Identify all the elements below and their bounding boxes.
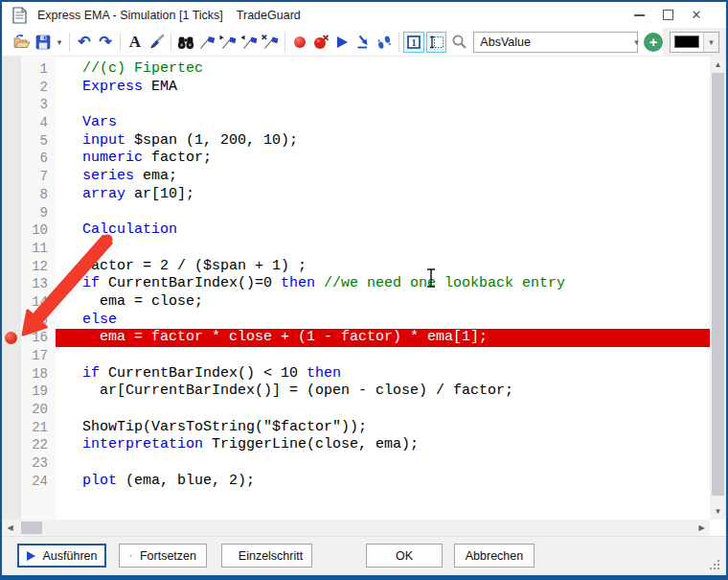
code-line[interactable] [56,454,710,473]
code-line[interactable]: input $span (1, 200, 10); [56,132,710,151]
combobox-dropdown-icon[interactable]: ▾ [634,37,639,47]
abbrechen-button[interactable]: Abbrechen [454,544,535,568]
ok-button[interactable]: OK [366,544,443,568]
color-picker[interactable]: ▾ [670,32,719,53]
function-combobox[interactable]: ▾ [473,32,638,53]
open-button[interactable] [11,31,33,54]
color-swatch [674,35,699,48]
ausfuehren-button[interactable]: Ausführen [17,544,106,568]
line-number: 23 [21,454,48,473]
add-button[interactable]: + [644,33,663,52]
prev-bookmark-button[interactable] [239,31,260,54]
code-lines[interactable]: //(c) FipertecExpress EMAVarsinput $span… [56,57,710,520]
code-line[interactable]: numeric factor; [56,150,710,168]
run-icon [337,36,348,48]
minimize-button[interactable] [625,2,653,28]
line-numbers: 123456789101112131415161718192021222324 [21,57,56,520]
prev-bookmark-icon [240,35,258,50]
separator [284,33,285,52]
line-number: 1 [21,60,48,79]
line-number: 21 [21,419,48,437]
color-picker-dropdown[interactable]: ▾ [703,33,718,52]
code-line[interactable]: ShowTip(VarsToString("$factor")); [56,419,710,437]
undo-icon: ↶ [78,35,90,50]
code-line[interactable] [56,96,710,114]
run-to-cursor-icon [355,35,371,50]
code-line[interactable]: Vars [56,114,710,132]
code-line[interactable] [56,401,710,419]
code-line[interactable] [56,240,710,258]
code-line[interactable]: factor = 2 / ($span + 1) ; [56,258,710,276]
code-line[interactable]: if CurrentBarIndex()=0 then //we need on… [56,275,710,293]
horizontal-scroll-thumb[interactable] [21,522,42,534]
next-bookmark-button[interactable] [217,31,239,54]
code-line[interactable]: interpretation TriggerLine(close, ema); [56,436,710,454]
vertical-scrollbar[interactable]: ▲ ▼ [710,57,726,520]
breakpoint-gutter[interactable] [2,57,21,520]
clear-breakpoints-button[interactable] [310,31,331,54]
code-line[interactable]: ema = close; [56,293,710,312]
find-button[interactable] [175,31,196,54]
color-dropdown-icon: ▾ [709,37,714,47]
zoom-button[interactable] [448,31,469,54]
code-line[interactable]: series ema; [56,168,710,186]
close-button[interactable]: ✕ [682,2,711,28]
breakpoint-dot[interactable] [5,332,17,344]
code-line[interactable]: array ar[10]; [56,186,710,204]
brush-icon [148,34,165,51]
window-title: Express EMA - Simulation [1 Ticks] [37,9,223,22]
code-line[interactable] [56,347,710,365]
line-number: 13 [21,275,48,293]
undo-button[interactable]: ↶ [74,31,95,54]
toggle-breakpoint-button[interactable] [289,31,310,54]
einzelschritt-label: Einzelschritt [239,549,303,563]
scroll-down-icon: ▼ [715,507,722,516]
script-editor-window: Express EMA - Simulation [1 Ticks] Trade… [0,0,728,580]
font-button[interactable]: A [125,31,146,54]
code-line[interactable]: else [56,312,710,330]
horizontal-scrollbar[interactable]: ◀ ▶ [2,520,710,536]
code-line[interactable]: //(c) Fipertec [56,60,710,79]
add-icon: + [649,35,658,49]
line-numbers-toggle[interactable]: 1 [403,32,424,53]
clear-bookmarks-button[interactable] [260,31,281,54]
line-number: 5 [21,132,48,151]
save-dropdown-button[interactable]: ▾ [54,31,65,54]
resize-grip[interactable] [710,560,720,570]
fortsetzen-button[interactable]: Fortsetzen [119,544,207,568]
redo-button[interactable]: ↷ [95,31,116,54]
breakpoint-icon [294,36,306,48]
fortsetzen-label: Fortsetzen [140,549,196,563]
line-number: 19 [21,383,48,401]
code-line[interactable]: Calculation [56,221,710,240]
scroll-left-button[interactable]: ◀ [2,520,18,536]
code-line[interactable]: Express EMA [56,79,710,97]
svg-text:1: 1 [411,36,416,47]
line-number: 7 [21,168,48,186]
app-name: TradeGuard [237,9,301,22]
code-line[interactable]: plot (ema, blue, 2); [56,473,710,491]
single-step-button[interactable] [374,31,395,54]
code-line[interactable]: ema = factor * close + (1 - factor) * em… [56,329,710,347]
scroll-down-button[interactable]: ▼ [710,503,726,520]
scroll-right-button[interactable]: ▶ [694,520,710,536]
vertical-scroll-track[interactable] [710,73,726,503]
code-line[interactable] [56,204,710,222]
vertical-scroll-thumb[interactable] [712,73,724,496]
format-brush-button[interactable] [146,31,167,54]
ausfuehren-label: Ausführen [43,549,98,563]
function-combobox-input[interactable] [474,35,634,49]
scroll-up-button[interactable]: ▲ [710,57,726,73]
maximize-button[interactable] [653,2,682,28]
toggle-bookmark-button[interactable] [196,31,217,54]
code-line[interactable]: if CurrentBarIndex() < 10 then [56,365,710,383]
dialog-footer: Ausführen Fortsetzen Einzelschritt OK Ab… [2,536,726,575]
save-button[interactable] [33,31,54,54]
bookmark-icon [198,35,216,50]
run-button[interactable] [331,31,353,54]
code-line[interactable]: ar[CurrentBarIndex()] = (open - close) /… [56,383,710,401]
horizontal-scrollbar-row: ◀ ▶ [2,520,726,536]
run-to-cursor-button[interactable] [353,31,374,54]
selection-margin-toggle[interactable] [426,32,447,53]
einzelschritt-button[interactable]: Einzelschritt [221,544,312,568]
